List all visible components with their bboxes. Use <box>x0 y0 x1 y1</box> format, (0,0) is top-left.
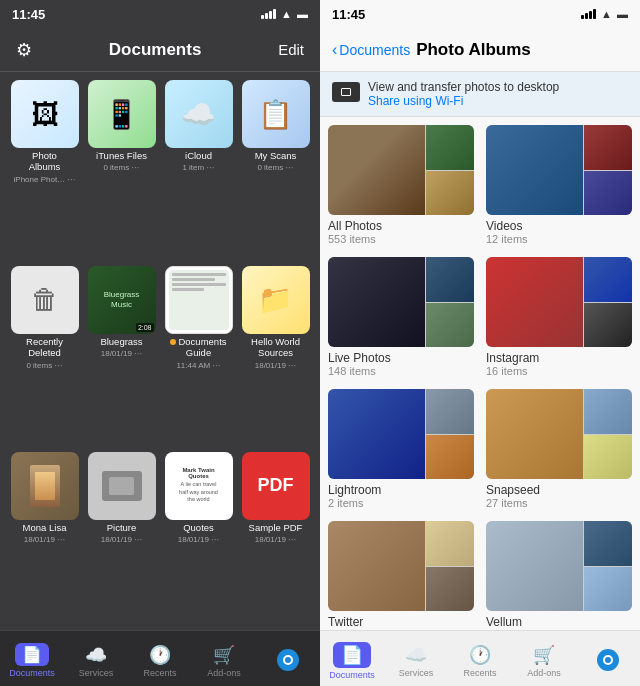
list-item[interactable]: PDF Sample PDF 18/01/19 ··· <box>239 452 312 622</box>
album-count: 2 items <box>328 497 474 509</box>
nav-label-addons: Add-ons <box>207 668 241 678</box>
right-nav-item-services[interactable]: ☁️ Services <box>384 640 448 678</box>
quotes-thumb: Mark TwainQuotes A lie can travelhalf wa… <box>165 452 233 520</box>
bluegrass-thumb: BluegrassMusic 2:08 <box>88 266 156 334</box>
left-status-bar: 11:45 ▲ ▬ <box>0 0 320 28</box>
list-item[interactable]: Mona Lisa 18/01/19 ··· <box>8 452 81 622</box>
list-item[interactable]: Live Photos 148 items <box>328 257 474 377</box>
left-panel: 11:45 ▲ ▬ ⚙ Documents Edit 🖼 PhotoAlbums… <box>0 0 320 686</box>
file-meta: 0 items ··· <box>26 360 62 371</box>
vellum-thumb <box>486 521 632 611</box>
file-meta: 18/01/19 ··· <box>101 534 142 545</box>
file-name: DocumentsGuide <box>170 336 226 359</box>
right-nav-label-addons: Add-ons <box>527 668 561 678</box>
mona-lisa-thumb <box>11 452 79 520</box>
nav-item-addons[interactable]: 🛒 Add-ons <box>192 640 256 678</box>
right-panel: 11:45 ▲ ▬ ‹ Documents Photo Albums View … <box>320 0 640 686</box>
list-item[interactable]: DocumentsGuide 11:44 AM ··· <box>162 266 235 448</box>
right-nav-label-services: Services <box>399 668 434 678</box>
file-meta: 0 items ··· <box>103 162 139 173</box>
right-status-icons: ▲ ▬ <box>581 8 628 20</box>
back-label: Documents <box>339 42 410 58</box>
list-item[interactable]: ☁️ iCloud 1 item ··· <box>162 80 235 262</box>
album-name: Live Photos <box>328 351 474 365</box>
left-wifi-icon: ▲ <box>281 8 292 20</box>
lightroom-thumb <box>328 389 474 479</box>
right-battery-icon: ▬ <box>617 8 628 20</box>
album-name: Snapseed <box>486 483 632 497</box>
list-item[interactable]: 📁 Hello WorldSources 18/01/19 ··· <box>239 266 312 448</box>
file-name: iCloud <box>185 150 212 161</box>
list-item[interactable]: Instagram 16 items <box>486 257 632 377</box>
photo-albums-thumb: 🖼 <box>11 80 79 148</box>
edit-button[interactable]: Edit <box>278 41 304 58</box>
left-bottom-nav: 📄 Documents ☁️ Services 🕐 Recents 🛒 Add-… <box>0 630 320 686</box>
promo-text: View and transfer photos to desktop Shar… <box>368 80 559 108</box>
album-name: All Photos <box>328 219 474 233</box>
nav-item-compass[interactable] <box>256 645 320 673</box>
list-item[interactable]: Mark TwainQuotes A lie can travelhalf wa… <box>162 452 235 622</box>
list-item[interactable]: Snapseed 27 items <box>486 389 632 509</box>
live-photos-thumb <box>328 257 474 347</box>
list-item[interactable]: Lightroom 2 items <box>328 389 474 509</box>
docs-guide-thumb <box>165 266 233 334</box>
left-battery-icon: ▬ <box>297 8 308 20</box>
sample-pdf-thumb: PDF <box>242 452 310 520</box>
myscans-thumb: 📋 <box>242 80 310 148</box>
list-item[interactable]: Vellum 12 items <box>486 521 632 630</box>
list-item[interactable]: Twitter 2 items <box>328 521 474 630</box>
file-name: iTunes Files <box>96 150 147 161</box>
left-status-icons: ▲ ▬ <box>261 8 308 20</box>
back-chevron-icon: ‹ <box>332 41 337 59</box>
right-nav-item-recents[interactable]: 🕐 Recents <box>448 640 512 678</box>
file-name: Sample PDF <box>249 522 303 533</box>
right-services-nav-icon: ☁️ <box>405 644 427 666</box>
promo-link[interactable]: Share using Wi-Fi <box>368 94 559 108</box>
nav-label-services: Services <box>79 668 114 678</box>
right-nav-item-compass[interactable] <box>576 645 640 673</box>
picture-thumb <box>88 452 156 520</box>
nav-item-documents[interactable]: 📄 Documents <box>0 639 64 678</box>
album-count: 553 items <box>328 233 474 245</box>
left-header: ⚙ Documents Edit <box>0 28 320 72</box>
right-addons-nav-icon: 🛒 <box>533 644 555 666</box>
file-meta: 18/01/19 ··· <box>255 360 296 371</box>
list-item[interactable]: 🗑 RecentlyDeleted 0 items ··· <box>8 266 81 448</box>
settings-gear-icon[interactable]: ⚙ <box>16 39 32 61</box>
list-item[interactable]: All Photos 553 items <box>328 125 474 245</box>
right-header-title: Photo Albums <box>416 40 531 60</box>
album-name: Videos <box>486 219 632 233</box>
promo-bar: View and transfer photos to desktop Shar… <box>320 72 640 117</box>
right-nav-label-documents: Documents <box>329 670 375 680</box>
back-button[interactable]: ‹ Documents <box>332 41 410 59</box>
right-bottom-nav: 📄 Documents ☁️ Services 🕐 Recents 🛒 Add-… <box>320 630 640 686</box>
left-signal-icon <box>261 9 276 19</box>
wifi-transfer-icon <box>332 82 360 102</box>
left-header-title: Documents <box>109 40 202 60</box>
right-documents-nav-icon: 📄 <box>333 642 371 668</box>
file-name: Quotes <box>183 522 214 533</box>
file-meta: 18/01/19 ··· <box>178 534 219 545</box>
file-meta: 18/01/19 ··· <box>101 348 142 359</box>
compass-nav-icon <box>277 649 299 671</box>
nav-item-services[interactable]: ☁️ Services <box>64 640 128 678</box>
nav-label-recents: Recents <box>143 668 176 678</box>
right-nav-item-documents[interactable]: 📄 Documents <box>320 638 384 680</box>
list-item[interactable]: Picture 18/01/19 ··· <box>85 452 158 622</box>
file-meta: 18/01/19 ··· <box>255 534 296 545</box>
list-item[interactable]: Videos 12 items <box>486 125 632 245</box>
twitter-thumb <box>328 521 474 611</box>
list-item[interactable]: 📱 iTunes Files 0 items ··· <box>85 80 158 262</box>
right-nav-item-addons[interactable]: 🛒 Add-ons <box>512 640 576 678</box>
list-item[interactable]: 📋 My Scans 0 items ··· <box>239 80 312 262</box>
album-name: Vellum <box>486 615 632 629</box>
list-item[interactable]: BluegrassMusic 2:08 Bluegrass 18/01/19 ·… <box>85 266 158 448</box>
list-item[interactable]: 🖼 PhotoAlbums iPhone Phot… ··· <box>8 80 81 262</box>
documents-nav-icon: 📄 <box>15 643 49 666</box>
file-name: My Scans <box>255 150 297 161</box>
right-header: ‹ Documents Photo Albums <box>320 28 640 72</box>
nav-item-recents[interactable]: 🕐 Recents <box>128 640 192 678</box>
file-name: RecentlyDeleted <box>26 336 63 359</box>
file-meta: 1 item ··· <box>182 162 214 173</box>
right-time: 11:45 <box>332 7 365 22</box>
